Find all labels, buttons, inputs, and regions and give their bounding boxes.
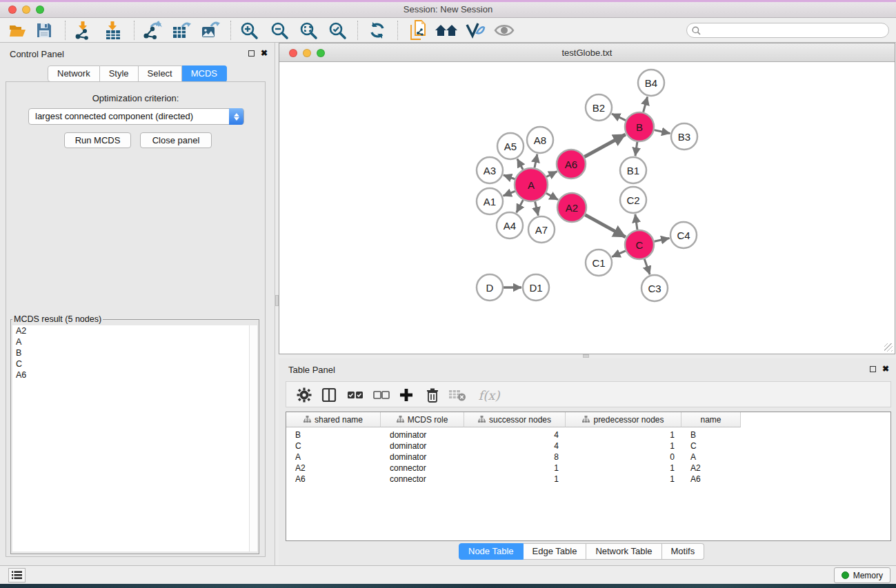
edge-A6-B[interactable] [584,134,625,156]
delete-table-icon[interactable] [448,385,467,405]
cell-shared-name[interactable]: A6 [286,474,381,485]
tab-mcds[interactable]: MCDS [182,65,227,82]
table-row[interactable]: Cdominator41C [286,440,890,452]
home-networks-icon[interactable] [435,20,458,41]
tab-edge-table[interactable]: Edge Table [524,543,587,560]
mcds-result-list[interactable]: A2ABCA6 [12,325,257,551]
cell-successor-nodes[interactable]: 4 [464,440,566,452]
edge-A-A7[interactable] [535,201,539,215]
zoom-selected-icon[interactable] [326,20,349,41]
cell-name[interactable]: A [681,452,741,463]
edge-A-A2[interactable] [546,193,558,200]
select-all-icon[interactable] [346,385,365,405]
column-selector-icon[interactable] [319,385,339,405]
column-header-predecessor-nodes[interactable]: predecessor nodes [566,412,681,427]
open-session-icon[interactable] [6,20,29,41]
edge-A-A4[interactable] [517,200,524,212]
column-header-successor-nodes[interactable]: successor nodes [464,412,566,427]
add-column-icon[interactable] [397,385,416,405]
memory-button[interactable]: Memory [834,567,890,583]
network-window-titlebar[interactable]: testGlobe.txt [279,43,895,62]
float-panel-icon[interactable] [248,50,255,57]
save-session-icon[interactable] [32,20,56,41]
cell-shared-name[interactable]: C [286,440,381,452]
table-row[interactable]: A2connector11A2 [286,463,890,474]
close-panel-icon[interactable]: ✖ [261,49,268,57]
edge-A-A3[interactable] [504,175,515,179]
tab-network-table[interactable]: Network Table [586,543,661,560]
task-history-button[interactable] [8,568,26,582]
edge-A2-C[interactable] [585,215,626,237]
horizontal-splitter-handle[interactable] [583,354,589,358]
edge-C-C4[interactable] [654,238,669,241]
cell-MCDS-role[interactable]: connector [381,463,464,474]
cell-successor-nodes[interactable]: 4 [464,429,566,440]
edge-A-A6[interactable] [546,172,557,177]
cell-shared-name[interactable]: B [286,429,381,440]
import-network-icon[interactable] [72,20,95,41]
delete-column-trash-icon[interactable] [423,385,442,405]
export-network-icon[interactable] [141,20,164,41]
cell-MCDS-role[interactable]: connector [381,474,464,485]
table-settings-gear-icon[interactable] [295,385,314,405]
mcds-result-item[interactable]: A2 [12,325,257,336]
cell-name[interactable]: C [681,440,741,452]
column-header-name[interactable]: name [681,412,741,427]
import-table-icon[interactable] [101,20,125,41]
search-input[interactable] [704,24,883,37]
edge-C-C1[interactable] [612,251,626,257]
deselect-all-icon[interactable] [372,385,391,405]
float-table-panel-icon[interactable] [870,366,876,372]
edge-B-B2[interactable] [612,114,626,121]
mcds-result-item[interactable]: A6 [12,369,257,381]
cell-predecessor-nodes[interactable]: 1 [566,474,681,485]
duplicate-network-icon[interactable] [407,20,430,41]
cell-name[interactable]: B [681,429,741,440]
cell-successor-nodes[interactable]: 1 [464,463,566,474]
zoom-fit-icon[interactable] [297,20,320,41]
tab-motifs[interactable]: Motifs [662,543,705,560]
graphics-details-icon[interactable] [464,20,487,41]
table-row[interactable]: Adominator80A [286,452,890,463]
mcds-result-item[interactable]: B [12,347,257,358]
edge-C-C2[interactable] [635,214,637,230]
export-image-icon[interactable] [199,20,222,41]
cell-successor-nodes[interactable]: 8 [464,452,566,463]
edge-B-B1[interactable] [635,142,637,156]
criterion-select[interactable]: largest connected component (directed) [28,108,244,125]
refresh-icon[interactable] [366,20,389,41]
cell-successor-nodes[interactable]: 1 [464,474,566,485]
edge-B-B3[interactable] [655,130,670,134]
run-mcds-button[interactable]: Run MCDS [64,132,131,148]
show-preview-eye-icon[interactable] [492,20,516,41]
column-header-MCDS-role[interactable]: MCDS role [381,412,464,427]
mcds-result-item[interactable]: A [12,336,257,347]
close-panel-button[interactable]: Close panel [140,132,212,148]
tab-node-table[interactable]: Node Table [459,543,524,560]
edge-B-B4[interactable] [644,97,648,112]
cell-predecessor-nodes[interactable]: 1 [566,463,681,474]
cell-MCDS-role[interactable]: dominator [381,440,464,452]
tab-network[interactable]: Network [48,65,100,82]
cell-shared-name[interactable]: A2 [286,463,381,474]
edge-A-A1[interactable] [503,191,515,196]
cell-MCDS-role[interactable]: dominator [381,452,464,463]
function-builder-icon[interactable]: f(x) [475,385,503,405]
close-table-panel-icon[interactable]: ✖ [882,365,889,373]
tab-style[interactable]: Style [100,65,139,82]
cell-predecessor-nodes[interactable]: 1 [566,429,681,440]
window-resize-grip[interactable] [884,343,893,352]
cell-MCDS-role[interactable]: dominator [381,429,464,440]
cell-predecessor-nodes[interactable]: 1 [566,440,681,452]
edge-A-A8[interactable] [535,154,537,168]
edge-A-A5[interactable] [517,159,523,170]
cell-name[interactable]: A2 [681,463,741,474]
zoom-out-icon[interactable] [268,20,291,41]
column-header-shared-name[interactable]: shared name [286,412,381,427]
export-table-icon[interactable] [170,20,193,41]
result-list-scrollbar[interactable] [249,325,257,551]
cell-predecessor-nodes[interactable]: 0 [566,452,681,463]
zoom-in-icon[interactable] [237,20,261,41]
edge-C-C3[interactable] [644,259,650,274]
network-canvas[interactable]: B4B2BB3A5A8A6A3AB1A1A2C2A4A7C4C1CC3DD1 [280,62,894,353]
